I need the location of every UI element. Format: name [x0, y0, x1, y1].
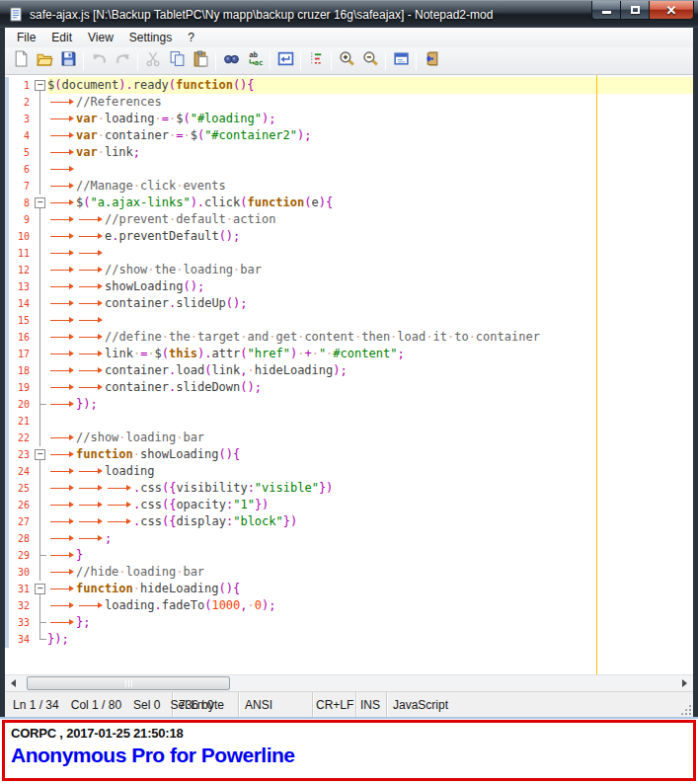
tab-arrow-icon: [47, 228, 76, 245]
space-dot: ·: [118, 431, 125, 444]
status-selection: Sel 0: [133, 698, 160, 712]
tab-arrow-icon: [76, 463, 105, 480]
copy-pages-icon: [169, 50, 186, 71]
redo-button: [111, 49, 134, 72]
space-dot: ·: [226, 212, 233, 226]
code-line[interactable]: 3var·loading·=·$("#loading");: [5, 111, 693, 127]
code-line[interactable]: 31−function·hideLoading(){: [5, 581, 693, 597]
code-line[interactable]: 17link·=·$(this).attr("href")·+·"·#conte…: [5, 346, 693, 362]
line-number: 18: [9, 362, 34, 379]
code-line[interactable]: 14container.slideUp();: [5, 295, 693, 312]
maximize-button[interactable]: [620, 1, 649, 20]
fold-toggle[interactable]: −: [34, 581, 47, 597]
scrollbar-thumb[interactable]: [27, 676, 230, 690]
tab-arrow-icon: [47, 278, 76, 295]
code-line[interactable]: 1−$(document).ready(function(){: [5, 77, 693, 94]
copy-button[interactable]: [165, 49, 189, 72]
code-line[interactable]: 12//show·the·loading·bar: [5, 262, 693, 278]
close-icon: ✕: [666, 4, 677, 17]
code-line[interactable]: 24loading: [5, 463, 693, 480]
find-button[interactable]: [219, 49, 243, 72]
code-line[interactable]: 29}: [5, 547, 693, 564]
space-dot: ·: [147, 347, 154, 360]
code-line[interactable]: 26.css({opacity:"1"}): [5, 497, 693, 513]
fold-collapse-icon[interactable]: −: [35, 80, 45, 91]
code-line[interactable]: 4var·container·=·$("#container2");: [5, 127, 693, 144]
code-line[interactable]: 5var·link;: [5, 144, 693, 161]
close-button[interactable]: ✕: [649, 1, 694, 20]
code-line[interactable]: 20});: [5, 396, 693, 413]
open-file-button[interactable]: [33, 49, 56, 72]
long-line-marker: [596, 75, 597, 674]
code-line[interactable]: 28;: [5, 530, 693, 547]
window-title: safe-ajax.js [N:\Backup TabletPC\Ny mapp…: [30, 8, 493, 22]
fold-toggle[interactable]: −: [34, 77, 47, 94]
scroll-right-arrow[interactable]: [676, 675, 693, 691]
code-line[interactable]: 13showLoading();: [5, 278, 693, 295]
fold-toggle[interactable]: −: [34, 446, 47, 463]
menu-item-file[interactable]: File: [9, 29, 43, 46]
horizontal-scrollbar[interactable]: [5, 674, 693, 691]
zoom-out-button[interactable]: [358, 49, 382, 72]
minimize-button[interactable]: [591, 1, 620, 20]
status-eol[interactable]: CR+LF: [313, 692, 356, 717]
annotation-panel: CORPC , 2017-01-25 21:50:18 Anonymous Pr…: [2, 720, 696, 781]
toolbar-separator: [215, 52, 216, 70]
code-line[interactable]: 30//hide·loading·bar: [5, 564, 693, 581]
code-line[interactable]: 22//show·loading·bar: [5, 430, 693, 446]
show-whitespace-button[interactable]: [304, 49, 328, 72]
code-line[interactable]: 6: [5, 161, 693, 178]
new-file-button[interactable]: [9, 49, 33, 72]
status-scheme[interactable]: JavaScript: [387, 692, 693, 717]
code-line[interactable]: 8−$("a.ajax-links").click(function(e){: [5, 195, 693, 211]
paste-button[interactable]: [189, 49, 212, 72]
menu-item-edit[interactable]: Edit: [43, 29, 80, 46]
code-line[interactable]: 27.css({display:"block"}): [5, 513, 693, 530]
code-line[interactable]: 11: [5, 245, 693, 262]
code-line[interactable]: 23−function·showLoading(){: [5, 446, 693, 463]
zoom-in-button[interactable]: [335, 49, 358, 72]
status-encoding[interactable]: ANSI: [239, 692, 313, 717]
tab-arrow-icon: [76, 346, 105, 362]
exit-button[interactable]: [420, 49, 443, 72]
title-bar[interactable]: safe-ajax.js [N:\Backup TabletPC\Ny mapp…: [0, 1, 698, 28]
code-line[interactable]: 18container.load(link,·hideLoading);: [5, 362, 693, 379]
fold-collapse-icon[interactable]: −: [35, 449, 45, 460]
code-line[interactable]: 19container.slideDown();: [5, 379, 693, 396]
code-line[interactable]: 7//Manage·click·events: [5, 178, 693, 195]
status-bar: Ln 1 / 34 Col 1 / 80 Sel 0 Sel Ln 0 736 …: [5, 691, 693, 717]
tab-arrow-icon: [47, 94, 76, 111]
code-line[interactable]: 32loading.fadeTo(1000,·0);: [5, 597, 693, 614]
fold-toggle[interactable]: −: [34, 195, 47, 211]
code-line[interactable]: 33};: [5, 614, 693, 631]
replace-button[interactable]: abac: [243, 49, 267, 72]
status-insert-mode[interactable]: INS: [356, 692, 387, 717]
menu-item-view[interactable]: View: [80, 29, 121, 46]
code-line[interactable]: 25.css({visibility:"visible"}): [5, 480, 693, 497]
save-file-button[interactable]: [56, 49, 80, 72]
fold-collapse-icon[interactable]: −: [35, 584, 45, 594]
code-line[interactable]: 15: [5, 312, 693, 329]
code-line[interactable]: 21: [5, 413, 693, 430]
status-position[interactable]: Ln 1 / 34 Col 1 / 80 Sel 0 Sel Ln 0: [5, 692, 173, 717]
tab-arrow-icon: [76, 245, 105, 262]
code-line[interactable]: 34});: [5, 631, 693, 648]
menu-item-help[interactable]: ?: [180, 29, 202, 46]
menu-item-settings[interactable]: Settings: [121, 29, 180, 46]
code-line[interactable]: 9//prevent·default·action: [5, 211, 693, 228]
space-dot: ·: [248, 363, 255, 377]
code-editor[interactable]: 1−$(document).ready(function(){2//Refere…: [5, 75, 693, 674]
scroll-left-arrow[interactable]: [5, 675, 22, 691]
code-line[interactable]: 16//define·the·target·and·get·content·th…: [5, 329, 693, 346]
customize-schemes-button[interactable]: [389, 49, 413, 72]
space-dot: ·: [162, 330, 169, 344]
line-number: 7: [9, 178, 34, 195]
code-line[interactable]: 2//References: [5, 94, 693, 111]
tab-arrow-icon: [47, 178, 76, 195]
word-wrap-button[interactable]: [273, 49, 297, 72]
status-file-size[interactable]: 736 byte: [173, 692, 239, 717]
space-dot: ·: [98, 112, 105, 125]
fold-collapse-icon[interactable]: −: [35, 197, 45, 208]
tab-arrow-icon: [76, 597, 105, 614]
code-line[interactable]: 10e.preventDefault();: [5, 228, 693, 245]
